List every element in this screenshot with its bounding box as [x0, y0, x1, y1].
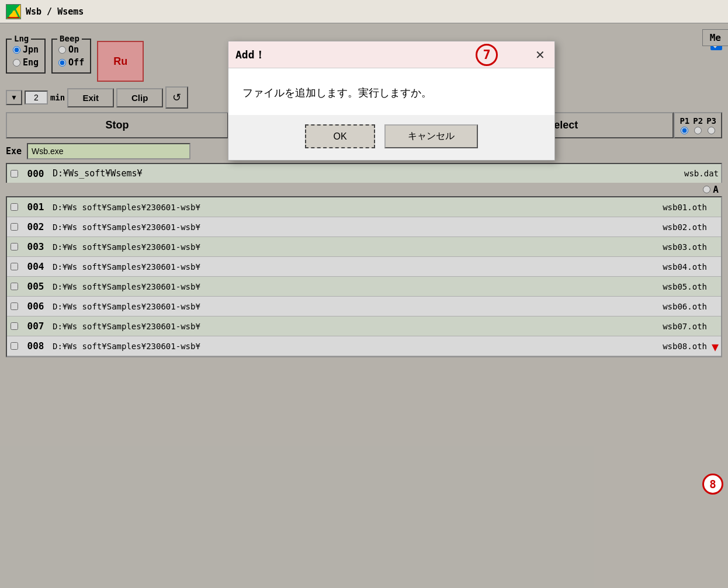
title-bar: Wsb / Wsems	[0, 0, 728, 23]
add-dialog: Add！ 7 ✕ ファイルを追加します。実行しますか。 OK キャンセル	[228, 41, 555, 161]
app-logo	[6, 4, 21, 19]
dialog-message: ファイルを追加します。実行しますか。	[242, 86, 432, 99]
dialog-buttons: OK キャンセル	[228, 115, 554, 160]
dialog-close-button[interactable]: ✕	[533, 48, 547, 62]
dialog-ok-button[interactable]: OK	[305, 124, 375, 148]
dialog-cancel-button[interactable]: キャンセル	[384, 124, 478, 148]
main-window: Me Lng Jpn Eng Beep On Off	[0, 23, 728, 588]
app-title: Wsb / Wsems	[26, 6, 84, 17]
step-badge-8: 8	[702, 474, 723, 495]
dialog-title: Add！	[235, 48, 265, 62]
dialog-step-badge: 7	[476, 44, 498, 66]
dialog-body: ファイルを追加します。実行しますか。	[228, 68, 554, 115]
dialog-titlebar: Add！ 7 ✕	[228, 41, 554, 68]
